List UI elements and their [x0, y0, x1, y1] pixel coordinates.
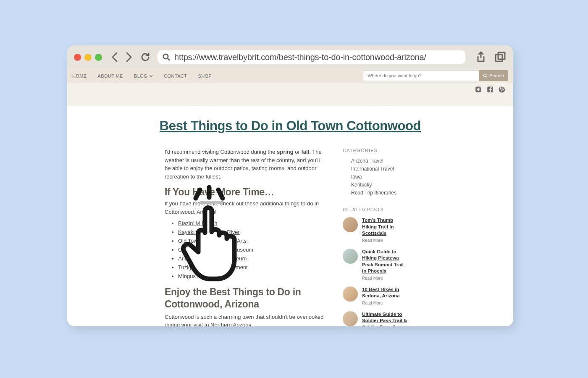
site-search: Search: [363, 70, 508, 81]
svg-point-3: [483, 74, 486, 76]
read-more-link[interactable]: Read More: [362, 238, 408, 243]
search-input[interactable]: [363, 70, 479, 81]
category-item[interactable]: Arizona Travel: [343, 158, 408, 164]
nav-blog-dropdown[interactable]: BLOG: [134, 74, 153, 79]
list-item: Clemenceau Heritage Museum: [178, 247, 325, 253]
window-controls: [74, 54, 102, 61]
related-post: Tom's Thumb Hiking Trail in ScottsdaleRe…: [343, 217, 408, 243]
related-post-title[interactable]: Tom's Thumb Hiking Trail in Scottsdale: [362, 217, 408, 237]
category-item[interactable]: Kentucky: [343, 182, 408, 188]
minimize-window-button[interactable]: [84, 54, 92, 61]
list-item: Mingus Mountain: [178, 273, 325, 279]
sidebar: CATEGORIES Arizona TravelInternational T…: [333, 148, 408, 326]
nav-arrows: [110, 51, 133, 63]
category-item[interactable]: Road Trip Itineraries: [343, 190, 408, 196]
copy-icon[interactable]: [494, 51, 507, 63]
post-thumbnail[interactable]: [343, 286, 358, 302]
pinterest-icon[interactable]: [498, 86, 506, 93]
related-post: Quick Guide to Hiking Piestewa Peak Summ…: [343, 249, 408, 281]
related-label: RELATED POSTS: [343, 207, 408, 212]
browser-chrome: https://www.travelbybrit.com/best-things…: [67, 45, 513, 69]
nav-contact[interactable]: CONTACT: [164, 74, 187, 79]
content-area: I'd recommend visiting Cottonwood during…: [67, 145, 513, 326]
related-post-title[interactable]: Quick Guide to Hiking Piestewa Peak Summ…: [362, 249, 408, 275]
category-item[interactable]: International Travel: [343, 166, 408, 172]
post-thumbnail[interactable]: [343, 311, 358, 326]
list-item[interactable]: Kayaking the Verde River: [178, 229, 325, 235]
site-top-nav: HOME ABOUT ME BLOG CONTACT SHOP Search: [67, 69, 513, 83]
enjoy-heading: Enjoy the Best Things to Do in Cottonwoo…: [165, 286, 325, 310]
related-post-title[interactable]: 10 Best Hikes in Sedona, Arizona: [362, 286, 408, 299]
maximize-window-button[interactable]: [95, 54, 102, 61]
search-button[interactable]: Search: [479, 70, 508, 81]
related-post: 10 Best Hikes in Sedona, ArizonaRead Mor…: [343, 286, 408, 305]
article-body: I'd recommend visiting Cottonwood during…: [165, 148, 333, 326]
social-row: [67, 83, 513, 96]
more-time-list: Blazin' M RanchKayaking the Verde RiverO…: [165, 220, 325, 279]
svg-rect-2: [498, 52, 505, 59]
search-icon: [163, 53, 170, 61]
list-item: Arizona Copper Art Museum: [178, 255, 325, 262]
share-icon[interactable]: [475, 51, 486, 63]
related-post: Ultimate Guide to Soldier Pass Trail & S…: [343, 311, 408, 326]
related-post-title[interactable]: Ultimate Guide to Soldier Pass Trail & S…: [362, 311, 408, 326]
browser-window: https://www.travelbybrit.com/best-things…: [67, 45, 513, 326]
category-item[interactable]: Iowa: [343, 174, 408, 180]
svg-point-6: [480, 87, 480, 88]
facebook-icon[interactable]: [486, 86, 494, 93]
categories-list: Arizona TravelInternational TravelIowaKe…: [343, 158, 408, 196]
list-item[interactable]: Blazin' M Ranch: [178, 220, 325, 226]
page-title[interactable]: Best Things to Do in Old Town Cottonwood: [67, 118, 513, 134]
categories-label: CATEGORIES: [343, 148, 408, 153]
close-window-button[interactable]: [74, 54, 81, 61]
magnifier-icon: [483, 74, 488, 78]
back-button[interactable]: [110, 51, 120, 63]
instagram-icon[interactable]: [475, 86, 482, 93]
left-gutter: [67, 148, 165, 326]
toolbar-right: [475, 51, 507, 63]
intro-paragraph: I'd recommend visiting Cottonwood during…: [165, 148, 325, 181]
nav-shop[interactable]: SHOP: [198, 74, 212, 79]
read-more-link[interactable]: Read More: [362, 301, 408, 305]
more-time-sub: If you have more time, check out these a…: [165, 200, 325, 216]
more-time-heading: If You Have More Time…: [165, 186, 325, 198]
post-thumbnail[interactable]: [343, 217, 358, 232]
enjoy-p1: Cottonwood is such a charming town that …: [165, 313, 325, 327]
nav-blog-label: BLOG: [134, 74, 147, 79]
address-bar[interactable]: https://www.travelbybrit.com/best-things…: [158, 50, 465, 64]
chevron-down-icon: [149, 74, 153, 78]
page-title-wrap: Best Things to Do in Old Town Cottonwood: [67, 113, 513, 145]
svg-point-5: [477, 88, 480, 91]
forward-button[interactable]: [124, 51, 133, 63]
post-thumbnail[interactable]: [343, 249, 358, 264]
svg-rect-1: [496, 55, 502, 61]
search-button-label: Search: [489, 73, 504, 78]
related-posts: Tom's Thumb Hiking Trail in ScottsdaleRe…: [343, 217, 408, 326]
divider-wave: [67, 96, 513, 113]
url-text: https://www.travelbybrit.com/best-things…: [174, 52, 426, 62]
list-item: Old Town Center for the Arts: [178, 238, 325, 244]
list-item: Tuzigoot National Monument: [178, 264, 325, 270]
nav-about[interactable]: ABOUT ME: [98, 74, 123, 79]
read-more-link[interactable]: Read More: [362, 276, 408, 281]
nav-home[interactable]: HOME: [72, 74, 87, 79]
reload-button[interactable]: [140, 52, 151, 63]
